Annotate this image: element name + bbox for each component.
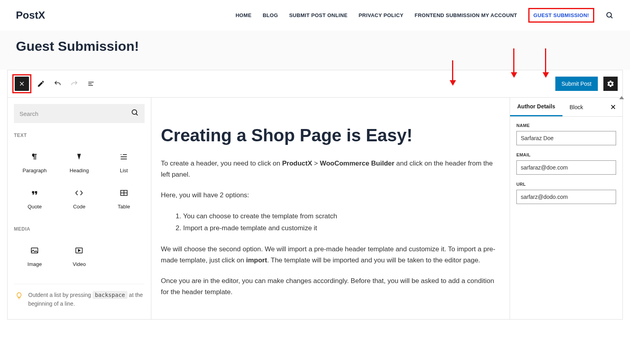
editor-body: TEXT Paragraph Heading List Quote Code T… <box>8 97 622 319</box>
block-search-input[interactable] <box>19 110 131 117</box>
tip-text: Outdent a list by pressing backspace at … <box>28 291 143 308</box>
search-icon <box>131 109 139 118</box>
sidebar-body: NAME EMAIL URL <box>510 117 622 218</box>
content-paragraph[interactable]: Once you are in the editor, you can make… <box>161 275 500 298</box>
nav-guest-submission[interactable]: GUEST SUBMISSION! <box>528 8 594 23</box>
submit-post-button[interactable]: Submit Post <box>555 77 598 91</box>
svg-marker-18 <box>79 249 81 252</box>
site-header: PostX HOME BLOG SUBMIT POST ONLINE PRIVA… <box>0 0 630 31</box>
nav-home[interactable]: HOME <box>236 12 251 18</box>
media-blocks-grid: Image Video <box>14 240 145 273</box>
list-item[interactable]: Import a pre-made template and customize… <box>183 222 500 234</box>
tab-author-details[interactable]: Author Details <box>510 98 562 116</box>
page-title-bar: Guest Submission! <box>0 31 630 70</box>
code-icon <box>74 188 84 198</box>
image-icon <box>29 245 40 256</box>
svg-line-1 <box>611 16 613 18</box>
block-table[interactable]: Table <box>103 182 145 215</box>
block-image[interactable]: Image <box>14 240 55 273</box>
site-logo[interactable]: PostX <box>16 9 45 21</box>
block-paragraph[interactable]: Paragraph <box>14 146 55 179</box>
tab-block[interactable]: Block <box>562 98 590 116</box>
svg-point-0 <box>607 12 612 17</box>
main-nav: HOME BLOG SUBMIT POST ONLINE PRIVACY POL… <box>236 8 614 23</box>
input-author-name[interactable] <box>516 131 616 145</box>
block-inserter: TEXT Paragraph Heading List Quote Code T… <box>8 98 151 319</box>
document-outline-button[interactable] <box>84 77 98 91</box>
close-sidebar-button[interactable]: ✕ <box>604 98 622 116</box>
block-quote[interactable]: Quote <box>14 182 55 215</box>
text-blocks-grid: Paragraph Heading List Quote Code Table <box>14 146 145 215</box>
content-list[interactable]: You can choose to create the template fr… <box>161 210 500 234</box>
table-icon <box>119 188 129 198</box>
sidebar-tabs: Author Details Block ✕ <box>510 98 622 117</box>
content-paragraph[interactable]: To create a header, you need to click on… <box>161 158 500 180</box>
close-inserter-button[interactable] <box>15 77 29 91</box>
kbd-backspace: backspace <box>93 291 128 299</box>
bulb-icon <box>15 292 23 302</box>
content-paragraph[interactable]: Here, you will have 2 options: <box>161 190 500 201</box>
content-paragraph[interactable]: We will choose the second option. We wil… <box>161 244 500 266</box>
search-icon[interactable] <box>605 11 614 20</box>
nav-blog[interactable]: BLOG <box>263 12 278 18</box>
svg-line-8 <box>136 114 138 116</box>
nav-submit-post[interactable]: SUBMIT POST ONLINE <box>289 12 348 18</box>
post-title[interactable]: Creating a Shop Page is Easy! <box>161 125 500 145</box>
close-inserter-highlight <box>12 74 31 93</box>
label-url: URL <box>516 182 616 187</box>
settings-button[interactable] <box>603 77 618 91</box>
section-label-media: MEDIA <box>14 226 145 232</box>
heading-icon <box>74 152 84 162</box>
settings-sidebar: Author Details Block ✕ NAME EMAIL URL <box>510 98 622 319</box>
inserter-tip: Outdent a list by pressing backspace at … <box>14 284 145 308</box>
editor: Submit Post TEXT Paragraph Heading List … <box>7 70 623 320</box>
list-icon <box>119 152 129 162</box>
input-author-email[interactable] <box>516 160 616 175</box>
editor-toolbar: Submit Post <box>8 70 622 97</box>
section-label-text: TEXT <box>14 133 145 138</box>
label-email: EMAIL <box>516 152 616 157</box>
block-search[interactable] <box>14 104 145 123</box>
svg-point-7 <box>132 110 137 115</box>
block-video[interactable]: Video <box>58 240 100 273</box>
edit-icon[interactable] <box>34 77 48 91</box>
nav-privacy[interactable]: PRIVACY POLICY <box>359 12 404 18</box>
list-item[interactable]: You can choose to create the template fr… <box>183 210 500 222</box>
label-name: NAME <box>516 123 616 128</box>
scroll-indicator <box>619 96 624 99</box>
block-code[interactable]: Code <box>58 182 100 215</box>
quote-icon <box>29 188 40 198</box>
block-list[interactable]: List <box>103 146 145 179</box>
svg-rect-16 <box>31 248 38 253</box>
block-heading[interactable]: Heading <box>58 146 100 179</box>
page-title: Guest Submission! <box>16 39 614 54</box>
nav-frontend-submission[interactable]: FRONTEND SUBMISSION MY ACCOUNT <box>415 12 517 18</box>
post-content[interactable]: Creating a Shop Page is Easy! To create … <box>151 98 510 319</box>
input-author-url[interactable] <box>516 190 616 204</box>
video-icon <box>74 245 84 256</box>
paragraph-icon <box>29 152 40 162</box>
undo-button[interactable] <box>50 77 65 91</box>
redo-button[interactable] <box>67 77 81 91</box>
